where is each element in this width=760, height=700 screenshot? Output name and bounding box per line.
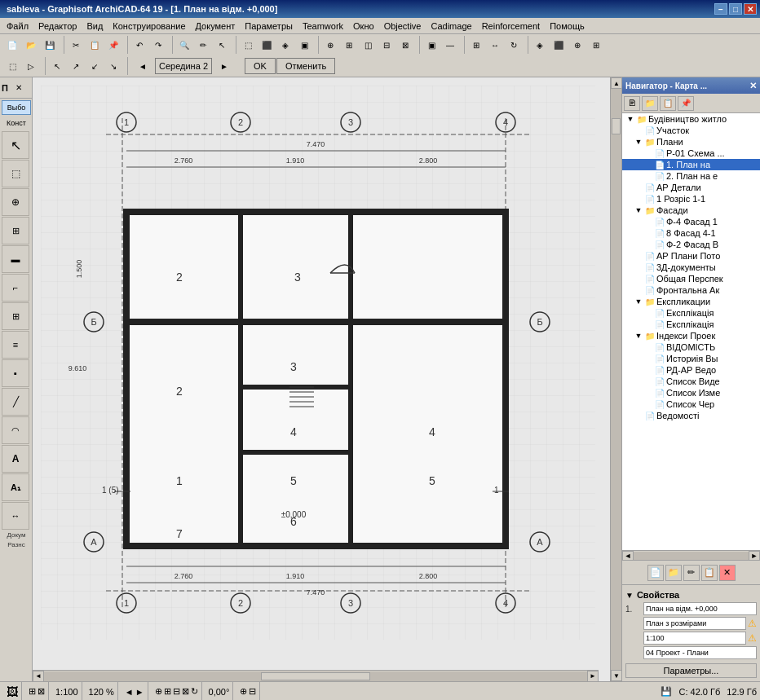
tool-door[interactable]: ⌐	[2, 274, 29, 302]
floor-plan-svg[interactable]: 1 2 3 4 1 2 3 4 Б А Б А	[41, 86, 595, 640]
nav-hscroll-left[interactable]: ◄	[622, 551, 634, 561]
drawing-area[interactable]: 1 2 3 4 1 2 3 4 Б А Б А	[33, 77, 610, 681]
hscroll-right[interactable]: ►	[587, 671, 599, 682]
tree-item-24[interactable]: 📄Список Изме	[622, 387, 760, 398]
undo-btn[interactable]: ↶	[130, 36, 148, 54]
nav-action-4[interactable]: 📋	[701, 565, 718, 581]
nav-hscroll-right[interactable]: ►	[749, 551, 760, 561]
t2-btn1[interactable]: ⬚	[3, 57, 21, 75]
tree-item-11[interactable]: 📄Ф-2 Фасад В	[622, 239, 760, 250]
menu-item-файл[interactable]: Файл	[2, 20, 33, 33]
vscroll-up[interactable]: ▲	[611, 77, 622, 89]
nav-scroll-area[interactable]: ◄ ►	[622, 550, 760, 560]
pointer-btn[interactable]: ↖	[213, 36, 231, 54]
hscroll-left[interactable]: ◄	[33, 671, 44, 682]
navigator-close[interactable]: ✕	[749, 81, 757, 91]
menu-item-teamwork[interactable]: Teamwork	[298, 20, 348, 33]
menu-item-objective[interactable]: Objective	[379, 20, 426, 33]
tool-dim[interactable]: ↔	[2, 502, 29, 530]
new-btn[interactable]: 📄	[3, 36, 21, 54]
select3-btn[interactable]: ◈	[276, 36, 294, 54]
tab-const[interactable]: Конст	[2, 116, 31, 130]
menu-item-редактор[interactable]: Редактор	[33, 20, 82, 33]
tree-item-4[interactable]: 📄1. План на	[622, 159, 760, 170]
nav-btn-2[interactable]: 📁	[642, 96, 658, 111]
nav-hscroll-track[interactable]	[634, 552, 749, 560]
tree-item-21[interactable]: 📄Историія Вы	[622, 353, 760, 364]
dim-btn[interactable]: ↔	[486, 36, 504, 54]
paste-btn[interactable]: 📌	[104, 36, 122, 54]
copy-btn[interactable]: 📋	[86, 36, 104, 54]
tree-item-3[interactable]: 📄Р-01 Схема ...	[622, 147, 760, 159]
save-btn[interactable]: 💾	[41, 36, 59, 54]
tool-line[interactable]: ╱	[2, 388, 29, 416]
grid-btn[interactable]: ⊞	[467, 36, 485, 54]
open-btn[interactable]: 📂	[22, 36, 40, 54]
rotate-btn[interactable]: ↻	[505, 36, 523, 54]
tool-view[interactable]: ⊕	[2, 188, 29, 216]
tool-text-b[interactable]: A₁	[2, 473, 29, 501]
tree-item-15[interactable]: 📄Фронтальна Ак	[622, 284, 760, 296]
tree-item-0[interactable]: ▼📁Будівництво житло	[622, 113, 760, 125]
select2-btn[interactable]: ⬛	[258, 36, 276, 54]
tool-fill[interactable]: ▪	[2, 359, 29, 387]
tool-magic[interactable]: ⬚	[2, 160, 29, 187]
tree-item-8[interactable]: ▼📁Фасади	[622, 205, 760, 216]
tree-item-5[interactable]: 📄2. План на е	[622, 170, 760, 182]
tree-item-13[interactable]: 📄3Д-документы	[622, 262, 760, 273]
view-dropdown[interactable]: Середина 2	[155, 58, 212, 74]
h-scroll-track[interactable]	[44, 671, 587, 681]
t2-btn5[interactable]: ↙	[86, 57, 104, 75]
cancel-button[interactable]: Отменить	[276, 58, 335, 74]
nav-btn-3[interactable]: 📋	[660, 96, 676, 111]
tree-item-9[interactable]: 📄Ф-4 Фасад 1	[622, 216, 760, 227]
tree-item-10[interactable]: 📄8 Фасад 4-1	[622, 227, 760, 239]
nav-right-icon[interactable]: ►	[135, 687, 144, 697]
tool-grid[interactable]: ⊞	[2, 217, 29, 244]
nav-action-3[interactable]: ✏	[683, 565, 700, 581]
view5-btn[interactable]: ⊠	[396, 36, 414, 54]
tool4-btn[interactable]: ⊞	[587, 36, 605, 54]
v-scroll-track[interactable]	[611, 89, 621, 670]
t2-btn4[interactable]: ↗	[67, 57, 85, 75]
tool-window[interactable]: ⊞	[2, 302, 29, 330]
ok-button[interactable]: OK	[245, 58, 276, 74]
t2-nav-btn[interactable]: ◄	[134, 57, 152, 75]
view3-btn[interactable]: ◫	[359, 36, 377, 54]
view4-btn[interactable]: ⊟	[378, 36, 395, 54]
minimize-button[interactable]: −	[714, 3, 727, 15]
tree-item-25[interactable]: 📄Список Чер	[622, 398, 760, 410]
tree-item-2[interactable]: ▼📁Плани	[622, 136, 760, 147]
h-scrollbar[interactable]: ◄ ►	[33, 670, 599, 681]
vscroll-down[interactable]: ▼	[611, 670, 622, 681]
tool-wall[interactable]: ▬	[2, 245, 29, 273]
tool-arc[interactable]: ◠	[2, 416, 29, 444]
h-scroll-thumb[interactable]	[261, 672, 369, 680]
view1-btn[interactable]: ⊕	[321, 36, 339, 54]
zoom-btn[interactable]: 🔍	[175, 36, 193, 54]
maximize-button[interactable]: □	[729, 3, 742, 15]
tool-pointer[interactable]: ↖	[2, 131, 29, 159]
v-scrollbar[interactable]: ▲ ▼	[610, 77, 621, 681]
tree-item-14[interactable]: 📄Общая Перспек	[622, 273, 760, 284]
sidebar-close[interactable]: ✕	[10, 79, 28, 97]
view2-btn[interactable]: ⊞	[340, 36, 358, 54]
menu-item-вид[interactable]: Вид	[82, 20, 108, 33]
menu-item-конструирование[interactable]: Конструирование	[108, 20, 190, 33]
tree-item-1[interactable]: 📄Участок	[622, 125, 760, 136]
select4-btn[interactable]: ▣	[295, 36, 313, 54]
tree-item-26[interactable]: 📄Ведомості	[622, 410, 760, 421]
menu-item-окно[interactable]: Окно	[348, 20, 379, 33]
close-button[interactable]: ✕	[744, 3, 757, 15]
nav-btn-1[interactable]: 🖹	[624, 96, 640, 111]
menu-item-reinforcement[interactable]: Reinforcement	[477, 20, 546, 33]
menu-item-cadimage[interactable]: Cadimage	[426, 20, 476, 33]
menu-item-параметры[interactable]: Параметры	[240, 20, 298, 33]
nav-action-1[interactable]: 📄	[647, 565, 664, 581]
tree-item-6[interactable]: 📄АР Детали	[622, 182, 760, 193]
tree-item-16[interactable]: ▼📁Експликации	[622, 296, 760, 307]
line-btn[interactable]: —	[441, 36, 459, 54]
tree-item-22[interactable]: 📄РД-АР Ведо	[622, 364, 760, 376]
fill-btn[interactable]: ▣	[422, 36, 440, 54]
t2-btn3[interactable]: ↖	[48, 57, 66, 75]
